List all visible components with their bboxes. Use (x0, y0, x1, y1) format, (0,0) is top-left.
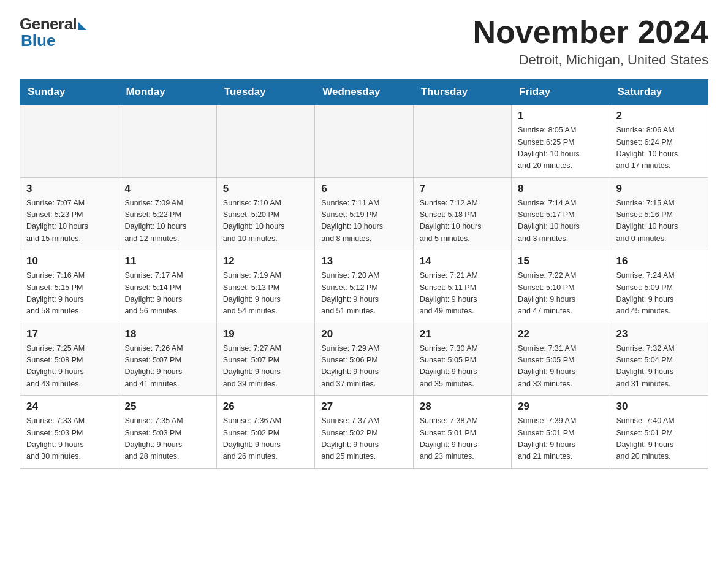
day-info: Sunrise: 7:38 AM Sunset: 5:01 PM Dayligh… (420, 415, 505, 463)
calendar-cell: 15Sunrise: 7:22 AM Sunset: 5:10 PM Dayli… (512, 250, 610, 323)
day-info: Sunrise: 8:06 AM Sunset: 6:24 PM Dayligh… (616, 124, 702, 172)
day-number: 20 (321, 328, 406, 340)
day-info: Sunrise: 7:26 AM Sunset: 5:07 PM Dayligh… (124, 343, 210, 391)
calendar-cell: 27Sunrise: 7:37 AM Sunset: 5:02 PM Dayli… (315, 396, 413, 469)
day-number: 23 (616, 328, 702, 340)
calendar-cell: 16Sunrise: 7:24 AM Sunset: 5:09 PM Dayli… (610, 250, 708, 323)
day-number: 7 (420, 183, 505, 195)
calendar-subtitle: Detroit, Michigan, United States (473, 52, 708, 68)
day-info: Sunrise: 7:14 AM Sunset: 5:17 PM Dayligh… (518, 197, 603, 245)
day-number: 11 (124, 255, 210, 267)
day-info: Sunrise: 7:32 AM Sunset: 5:04 PM Dayligh… (616, 343, 702, 391)
day-number: 6 (321, 183, 406, 195)
calendar-cell (216, 105, 314, 178)
calendar-cell: 6Sunrise: 7:11 AM Sunset: 5:19 PM Daylig… (315, 177, 413, 250)
day-info: Sunrise: 7:07 AM Sunset: 5:23 PM Dayligh… (26, 197, 112, 245)
calendar-cell: 20Sunrise: 7:29 AM Sunset: 5:06 PM Dayli… (315, 323, 413, 396)
calendar-header-row: SundayMondayTuesdayWednesdayThursdayFrid… (20, 80, 708, 105)
day-number: 22 (518, 328, 603, 340)
day-number: 18 (124, 328, 210, 340)
calendar-week-row: 1Sunrise: 8:05 AM Sunset: 6:25 PM Daylig… (20, 105, 708, 178)
day-number: 17 (26, 328, 112, 340)
day-info: Sunrise: 7:25 AM Sunset: 5:08 PM Dayligh… (26, 343, 112, 391)
calendar-cell: 22Sunrise: 7:31 AM Sunset: 5:05 PM Dayli… (512, 323, 610, 396)
day-info: Sunrise: 7:21 AM Sunset: 5:11 PM Dayligh… (420, 270, 505, 318)
logo: General Blue (20, 15, 86, 50)
calendar-cell: 26Sunrise: 7:36 AM Sunset: 5:02 PM Dayli… (216, 396, 314, 469)
day-info: Sunrise: 7:19 AM Sunset: 5:13 PM Dayligh… (223, 270, 308, 318)
day-number: 30 (616, 400, 702, 413)
day-number: 19 (223, 328, 308, 340)
calendar-cell: 13Sunrise: 7:20 AM Sunset: 5:12 PM Dayli… (315, 250, 413, 323)
day-number: 9 (616, 183, 702, 195)
calendar-cell: 28Sunrise: 7:38 AM Sunset: 5:01 PM Dayli… (413, 396, 511, 469)
day-number: 15 (518, 255, 603, 267)
day-info: Sunrise: 7:35 AM Sunset: 5:03 PM Dayligh… (124, 415, 210, 463)
calendar-cell: 14Sunrise: 7:21 AM Sunset: 5:11 PM Dayli… (413, 250, 511, 323)
calendar-day-header: Friday (512, 80, 610, 105)
calendar-title: November 2024 (473, 15, 708, 50)
calendar-cell: 8Sunrise: 7:14 AM Sunset: 5:17 PM Daylig… (512, 177, 610, 250)
calendar-cell: 2Sunrise: 8:06 AM Sunset: 6:24 PM Daylig… (610, 105, 708, 178)
calendar-day-header: Sunday (20, 80, 118, 105)
day-info: Sunrise: 7:37 AM Sunset: 5:02 PM Dayligh… (321, 415, 406, 463)
day-number: 5 (223, 183, 308, 195)
day-info: Sunrise: 7:12 AM Sunset: 5:18 PM Dayligh… (420, 197, 505, 245)
calendar-week-row: 3Sunrise: 7:07 AM Sunset: 5:23 PM Daylig… (20, 177, 708, 250)
day-info: Sunrise: 7:24 AM Sunset: 5:09 PM Dayligh… (616, 270, 702, 318)
calendar-cell: 4Sunrise: 7:09 AM Sunset: 5:22 PM Daylig… (118, 177, 216, 250)
day-number: 24 (26, 400, 112, 413)
day-number: 10 (26, 255, 112, 267)
calendar-cell (315, 105, 413, 178)
day-info: Sunrise: 7:40 AM Sunset: 5:01 PM Dayligh… (616, 415, 702, 463)
day-info: Sunrise: 7:15 AM Sunset: 5:16 PM Dayligh… (616, 197, 702, 245)
calendar-cell: 12Sunrise: 7:19 AM Sunset: 5:13 PM Dayli… (216, 250, 314, 323)
day-number: 8 (518, 183, 603, 195)
calendar-week-row: 24Sunrise: 7:33 AM Sunset: 5:03 PM Dayli… (20, 396, 708, 469)
day-number: 29 (518, 400, 603, 413)
calendar-cell: 18Sunrise: 7:26 AM Sunset: 5:07 PM Dayli… (118, 323, 216, 396)
day-info: Sunrise: 7:09 AM Sunset: 5:22 PM Dayligh… (124, 197, 210, 245)
calendar-cell: 25Sunrise: 7:35 AM Sunset: 5:03 PM Dayli… (118, 396, 216, 469)
logo-arrow-icon (78, 21, 86, 30)
day-number: 28 (420, 400, 505, 413)
day-info: Sunrise: 7:11 AM Sunset: 5:19 PM Dayligh… (321, 197, 406, 245)
calendar-cell: 9Sunrise: 7:15 AM Sunset: 5:16 PM Daylig… (610, 177, 708, 250)
day-info: Sunrise: 7:10 AM Sunset: 5:20 PM Dayligh… (223, 197, 308, 245)
calendar-cell: 24Sunrise: 7:33 AM Sunset: 5:03 PM Dayli… (20, 396, 118, 469)
page-header: General Blue November 2024 Detroit, Mich… (20, 15, 708, 68)
day-number: 27 (321, 400, 406, 413)
calendar-cell: 19Sunrise: 7:27 AM Sunset: 5:07 PM Dayli… (216, 323, 314, 396)
day-number: 3 (26, 183, 112, 195)
calendar-cell: 21Sunrise: 7:30 AM Sunset: 5:05 PM Dayli… (413, 323, 511, 396)
calendar-cell (20, 105, 118, 178)
day-number: 4 (124, 183, 210, 195)
calendar-day-header: Monday (118, 80, 216, 105)
day-number: 26 (223, 400, 308, 413)
calendar-cell: 23Sunrise: 7:32 AM Sunset: 5:04 PM Dayli… (610, 323, 708, 396)
day-info: Sunrise: 7:17 AM Sunset: 5:14 PM Dayligh… (124, 270, 210, 318)
calendar-cell: 11Sunrise: 7:17 AM Sunset: 5:14 PM Dayli… (118, 250, 216, 323)
day-number: 1 (518, 110, 603, 122)
day-info: Sunrise: 7:36 AM Sunset: 5:02 PM Dayligh… (223, 415, 308, 463)
day-number: 12 (223, 255, 308, 267)
logo-blue-text: Blue (21, 31, 55, 50)
day-info: Sunrise: 7:30 AM Sunset: 5:05 PM Dayligh… (420, 343, 505, 391)
day-info: Sunrise: 7:20 AM Sunset: 5:12 PM Dayligh… (321, 270, 406, 318)
calendar-cell: 30Sunrise: 7:40 AM Sunset: 5:01 PM Dayli… (610, 396, 708, 469)
day-info: Sunrise: 7:31 AM Sunset: 5:05 PM Dayligh… (518, 343, 603, 391)
day-number: 25 (124, 400, 210, 413)
day-info: Sunrise: 7:39 AM Sunset: 5:01 PM Dayligh… (518, 415, 603, 463)
calendar-cell: 29Sunrise: 7:39 AM Sunset: 5:01 PM Dayli… (512, 396, 610, 469)
calendar-day-header: Saturday (610, 80, 708, 105)
day-number: 2 (616, 110, 702, 122)
day-info: Sunrise: 8:05 AM Sunset: 6:25 PM Dayligh… (518, 124, 603, 172)
day-number: 21 (420, 328, 505, 340)
calendar-cell: 5Sunrise: 7:10 AM Sunset: 5:20 PM Daylig… (216, 177, 314, 250)
day-info: Sunrise: 7:27 AM Sunset: 5:07 PM Dayligh… (223, 343, 308, 391)
calendar-week-row: 17Sunrise: 7:25 AM Sunset: 5:08 PM Dayli… (20, 323, 708, 396)
calendar-table: SundayMondayTuesdayWednesdayThursdayFrid… (20, 79, 708, 469)
day-info: Sunrise: 7:33 AM Sunset: 5:03 PM Dayligh… (26, 415, 112, 463)
day-number: 14 (420, 255, 505, 267)
calendar-cell: 1Sunrise: 8:05 AM Sunset: 6:25 PM Daylig… (512, 105, 610, 178)
